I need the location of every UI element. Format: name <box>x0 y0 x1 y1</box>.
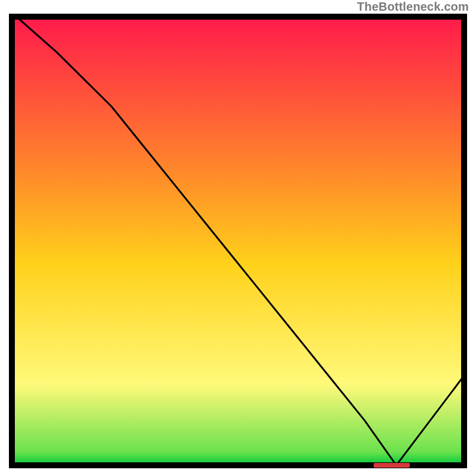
watermark-label: TheBottleneck.com <box>357 0 469 14</box>
plot-background <box>12 17 464 465</box>
chart-svg <box>0 0 476 476</box>
chart-container: TheBottleneck.com <box>0 0 476 476</box>
optimum-marker <box>374 463 410 468</box>
